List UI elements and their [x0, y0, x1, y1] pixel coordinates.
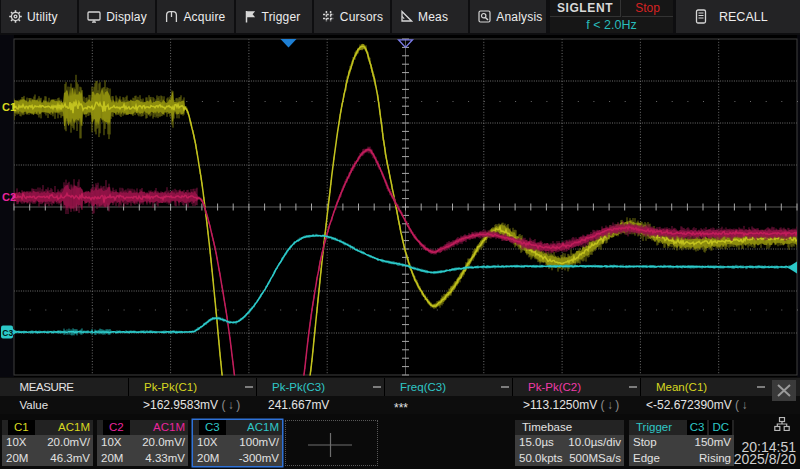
svg-text:C3: C3: [2, 328, 13, 338]
